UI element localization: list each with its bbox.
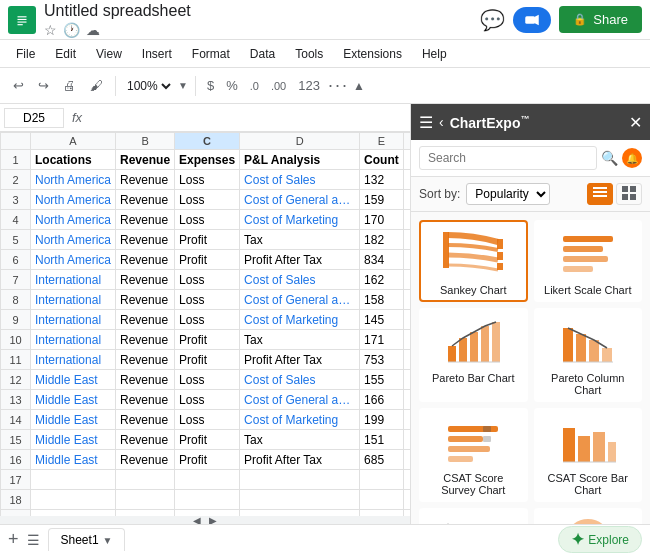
menu-insert[interactable]: Insert <box>134 44 180 64</box>
cell-e5[interactable]: 182 <box>360 230 404 250</box>
cell-f15[interactable] <box>403 430 410 450</box>
cell-b12[interactable]: Revenue <box>116 370 175 390</box>
sheet1-tab[interactable]: Sheet1 ▼ <box>48 528 126 551</box>
cell-b5[interactable]: Revenue <box>116 230 175 250</box>
cell-e4[interactable]: 170 <box>360 210 404 230</box>
cell-a15[interactable]: Middle East <box>31 430 116 450</box>
cell-f5[interactable] <box>403 230 410 250</box>
cell-c13[interactable]: Loss <box>175 390 240 410</box>
cell-f6[interactable] <box>403 250 410 270</box>
cell-a1[interactable]: Locations <box>31 150 116 170</box>
cell-e9[interactable]: 145 <box>360 310 404 330</box>
cell-b6[interactable]: Revenue <box>116 250 175 270</box>
menu-extensions[interactable]: Extensions <box>335 44 410 64</box>
cell-a17[interactable] <box>31 470 116 490</box>
cell-b9[interactable]: Revenue <box>116 310 175 330</box>
cell-c15[interactable]: Profit <box>175 430 240 450</box>
col-header-a[interactable]: A <box>31 133 116 150</box>
cell-e11[interactable]: 753 <box>360 350 404 370</box>
cell-d16[interactable]: Profit After Tax <box>240 450 360 470</box>
currency-btn[interactable]: $ <box>203 76 218 95</box>
cell-b2[interactable]: Revenue <box>116 170 175 190</box>
cell-a14[interactable]: Middle East <box>31 410 116 430</box>
cell-e1[interactable]: Count <box>360 150 404 170</box>
cell-c5[interactable]: Profit <box>175 230 240 250</box>
panel-back-icon[interactable]: ‹ <box>439 114 444 130</box>
menu-edit[interactable]: Edit <box>47 44 84 64</box>
cell-e3[interactable]: 159 <box>360 190 404 210</box>
cell-d1[interactable]: P&L Analysis <box>240 150 360 170</box>
category-view-button[interactable] <box>616 183 642 205</box>
cell-a3[interactable]: North America <box>31 190 116 210</box>
decimal2-btn[interactable]: .00 <box>267 78 290 94</box>
cell-f14[interactable] <box>403 410 410 430</box>
cell-d4[interactable]: Cost of Marketing <box>240 210 360 230</box>
cell-c1[interactable]: Expenses <box>175 150 240 170</box>
cell-d8[interactable]: Cost of General and... <box>240 290 360 310</box>
cell-f3[interactable] <box>403 190 410 210</box>
list-view-button[interactable] <box>587 183 613 205</box>
cell-e15[interactable]: 151 <box>360 430 404 450</box>
cell-d10[interactable]: Tax <box>240 330 360 350</box>
chart-item-csat-survey[interactable]: CSAT Score Survey Chart <box>419 408 528 502</box>
chat-button[interactable]: 💬 <box>480 8 505 32</box>
cell-b18[interactable] <box>116 490 175 510</box>
cell-b3[interactable]: Revenue <box>116 190 175 210</box>
cell-f9[interactable] <box>403 310 410 330</box>
cell-d15[interactable]: Tax <box>240 430 360 450</box>
cell-f16[interactable] <box>403 450 410 470</box>
cell-a7[interactable]: International <box>31 270 116 290</box>
doc-title[interactable]: Untitled spreadsheet <box>44 2 480 20</box>
cell-b16[interactable]: Revenue <box>116 450 175 470</box>
cell-a5[interactable]: North America <box>31 230 116 250</box>
menu-tools[interactable]: Tools <box>287 44 331 64</box>
chart-item-arrow[interactable] <box>419 508 528 524</box>
cloud-icon[interactable]: ☁ <box>86 22 100 38</box>
panel-close-button[interactable]: ✕ <box>629 113 642 132</box>
col-header-f[interactable]: F <box>403 133 410 150</box>
cell-a13[interactable]: Middle East <box>31 390 116 410</box>
col-header-d[interactable]: D <box>240 133 360 150</box>
cell-e2[interactable]: 132 <box>360 170 404 190</box>
cell-c2[interactable]: Loss <box>175 170 240 190</box>
menu-file[interactable]: File <box>8 44 43 64</box>
cell-c4[interactable]: Loss <box>175 210 240 230</box>
panel-hamburger-icon[interactable]: ☰ <box>419 113 433 132</box>
explore-button[interactable]: ✦ Explore <box>558 526 642 553</box>
menu-format[interactable]: Format <box>184 44 238 64</box>
decimal1-btn[interactable]: .0 <box>246 78 263 94</box>
cell-d3[interactable]: Cost of General and... <box>240 190 360 210</box>
star-icon[interactable]: ☆ <box>44 22 57 38</box>
cell-d5[interactable]: Tax <box>240 230 360 250</box>
cell-f13[interactable] <box>403 390 410 410</box>
cell-c17[interactable] <box>175 470 240 490</box>
cell-e17[interactable] <box>360 470 404 490</box>
col-header-b[interactable]: B <box>116 133 175 150</box>
cell-b17[interactable] <box>116 470 175 490</box>
cell-c14[interactable]: Loss <box>175 410 240 430</box>
cell-e18[interactable] <box>360 490 404 510</box>
cell-b10[interactable]: Revenue <box>116 330 175 350</box>
cell-e12[interactable]: 155 <box>360 370 404 390</box>
chart-item-sankey[interactable]: Sankey Chart <box>419 220 528 302</box>
cell-d6[interactable]: Profit After Tax <box>240 250 360 270</box>
cell-a4[interactable]: North America <box>31 210 116 230</box>
cell-d12[interactable]: Cost of Sales <box>240 370 360 390</box>
cell-a16[interactable]: Middle East <box>31 450 116 470</box>
history-icon[interactable]: 🕐 <box>63 22 80 38</box>
cell-c7[interactable]: Loss <box>175 270 240 290</box>
format123-btn[interactable]: 123 <box>294 76 324 95</box>
cell-d2[interactable]: Cost of Sales <box>240 170 360 190</box>
cell-c10[interactable]: Profit <box>175 330 240 350</box>
cell-a8[interactable]: International <box>31 290 116 310</box>
menu-view[interactable]: View <box>88 44 130 64</box>
chart-item-pareto-col[interactable]: Pareto Column Chart <box>534 308 643 402</box>
sortby-select[interactable]: Popularity Name Recent <box>466 183 550 205</box>
cell-c11[interactable]: Profit <box>175 350 240 370</box>
cell-d9[interactable]: Cost of Marketing <box>240 310 360 330</box>
cell-b1[interactable]: Revenue <box>116 150 175 170</box>
paint-format-button[interactable]: 🖌 <box>85 75 108 96</box>
chart-item-pareto-bar[interactable]: Pareto Bar Chart <box>419 308 528 402</box>
sheets-menu-button[interactable]: ☰ <box>27 532 40 548</box>
cell-f10[interactable] <box>403 330 410 350</box>
